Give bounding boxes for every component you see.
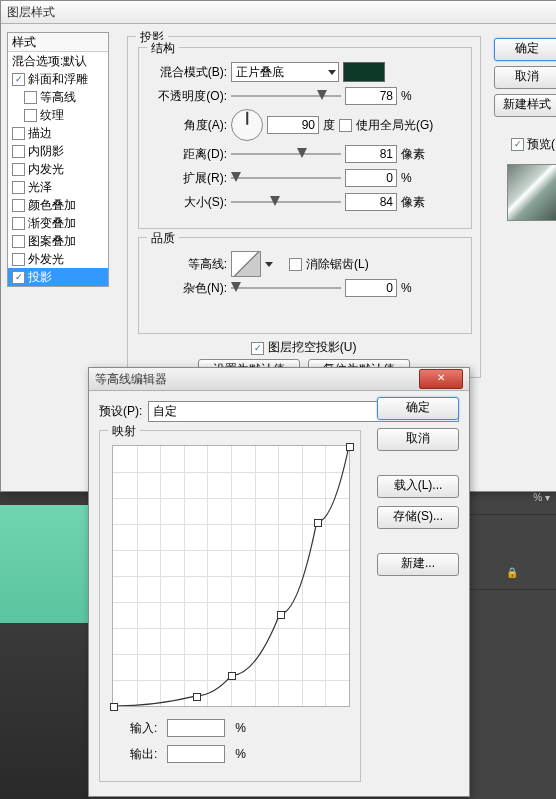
curve-point[interactable] [277,611,285,619]
editor-title-bar: 等高线编辑器 ✕ [89,368,469,391]
contour-preview[interactable] [231,251,261,277]
style-item-label: 颜色叠加 [28,196,76,214]
style-checkbox[interactable] [24,91,37,104]
preview-toggle[interactable]: ✓预览( [511,136,555,153]
style-checkbox[interactable] [24,109,37,122]
curve-point[interactable] [228,672,236,680]
style-checkbox[interactable] [12,199,25,212]
output-label: 输出: [130,746,157,763]
style-item-纹理[interactable]: 纹理 [8,106,108,124]
input-row: 输入: % [130,719,246,737]
style-list-header[interactable]: 样式 [8,33,108,52]
panel-pct[interactable]: % ▾ [468,490,556,515]
opacity-label: 不透明度(O): [147,88,227,105]
editor-title: 等高线编辑器 [95,368,167,390]
curve-point[interactable] [314,519,322,527]
unit-pct2: % [401,171,412,185]
style-checkbox[interactable]: ✓ [12,271,25,284]
distance-slider[interactable] [231,146,341,162]
style-item-label: 渐变叠加 [28,214,76,232]
angle-input[interactable]: 90 [267,116,319,134]
lock-icon: 🔒 [468,565,556,590]
input-field[interactable] [167,719,225,737]
curve-point[interactable] [110,703,118,711]
anti-alias-checkbox[interactable] [289,258,302,271]
noise-input[interactable]: 0 [345,279,397,297]
style-item-内阴影[interactable]: 内阴影 [8,142,108,160]
close-button[interactable]: ✕ [419,369,463,389]
structure-label: 结构 [147,40,179,57]
global-light-label: 使用全局光(G) [356,117,433,134]
style-item-描边[interactable]: 描边 [8,124,108,142]
editor-ok-button[interactable]: 确定 [377,397,459,420]
save-button[interactable]: 存储(S)... [377,506,459,529]
new-style-button[interactable]: 新建样式 [494,94,556,117]
style-item-等高线[interactable]: 等高线 [8,88,108,106]
style-item-投影[interactable]: ✓投影 [8,268,108,286]
unit-px2: 像素 [401,194,425,211]
output-field[interactable] [167,745,225,763]
distance-input[interactable]: 81 [345,145,397,163]
spread-slider[interactable] [231,170,341,186]
style-list: 样式 混合选项:默认 ✓斜面和浮雕等高线纹理描边内阴影内发光光泽颜色叠加渐变叠加… [7,32,109,287]
angle-dial[interactable] [231,109,263,141]
style-item-图案叠加[interactable]: 图案叠加 [8,232,108,250]
ok-button[interactable]: 确定 [494,38,556,61]
style-checkbox[interactable] [12,181,25,194]
output-unit: % [235,747,246,761]
curve-point[interactable] [346,443,354,451]
chevron-down-icon[interactable] [265,262,273,267]
style-item-光泽[interactable]: 光泽 [8,178,108,196]
style-item-label: 投影 [28,268,52,286]
background-left [0,505,90,799]
panel-right: % ▾ 🔒 [468,490,556,799]
size-slider[interactable] [231,194,341,210]
style-item-label: 等高线 [40,88,76,106]
style-item-内发光[interactable]: 内发光 [8,160,108,178]
curve-canvas[interactable] [112,445,350,707]
cancel-button[interactable]: 取消 [494,66,556,89]
style-checkbox[interactable] [12,163,25,176]
style-checkbox[interactable] [12,235,25,248]
curve-point[interactable] [193,693,201,701]
blend-options[interactable]: 混合选项:默认 [8,52,108,70]
editor-cancel-button[interactable]: 取消 [377,428,459,451]
blend-mode-dropdown[interactable]: 正片叠底 [231,62,339,82]
style-checkbox[interactable] [12,145,25,158]
style-checkbox[interactable] [12,253,25,266]
style-item-外发光[interactable]: 外发光 [8,250,108,268]
knockout-checkbox[interactable]: ✓ [251,342,264,355]
noise-slider[interactable] [231,280,341,296]
style-item-斜面和浮雕[interactable]: ✓斜面和浮雕 [8,70,108,88]
style-checkbox[interactable] [12,127,25,140]
mapping-group: 映射 输入: % 输出: % [99,430,361,782]
size-label: 大小(S): [147,194,227,211]
style-item-label: 纹理 [40,106,64,124]
quality-group: 品质 等高线: 消除锯齿(L) 杂色(N): 0 % [138,237,472,334]
anti-alias-label: 消除锯齿(L) [306,256,369,273]
new-button[interactable]: 新建... [377,553,459,576]
noise-label: 杂色(N): [147,280,227,297]
unit-pct: % [401,89,412,103]
input-label: 输入: [130,720,157,737]
style-checkbox[interactable] [12,217,25,230]
opacity-slider[interactable] [231,88,341,104]
style-item-渐变叠加[interactable]: 渐变叠加 [8,214,108,232]
style-item-label: 斜面和浮雕 [28,70,88,88]
style-item-label: 光泽 [28,178,52,196]
input-unit: % [235,721,246,735]
dialog-title: 图层样式 [1,1,556,24]
style-checkbox[interactable]: ✓ [12,73,25,86]
spread-input[interactable]: 0 [345,169,397,187]
load-button[interactable]: 载入(L)... [377,475,459,498]
blend-mode-label: 混合模式(B): [147,64,227,81]
global-light-checkbox[interactable] [339,119,352,132]
opacity-input[interactable]: 78 [345,87,397,105]
unit-pct3: % [401,281,412,295]
contour-editor-dialog: 等高线编辑器 ✕ 预设(P): 自定 映射 输入: % 输出: [88,367,470,797]
dialog-right-buttons: 确定 取消 新建样式 [494,38,556,117]
size-input[interactable]: 84 [345,193,397,211]
knockout-label: 图层挖空投影(U) [268,340,357,354]
shadow-color-swatch[interactable] [343,62,385,82]
style-item-颜色叠加[interactable]: 颜色叠加 [8,196,108,214]
